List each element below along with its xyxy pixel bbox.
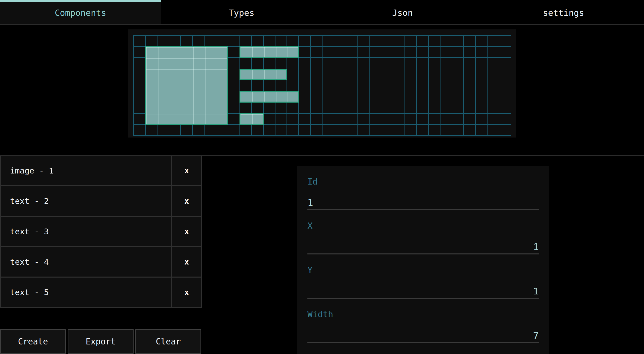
remove-component-button[interactable]: x xyxy=(171,186,201,216)
canvas-block-text-3[interactable] xyxy=(239,69,287,80)
field-label: Id xyxy=(307,176,539,187)
canvas-block-text-4[interactable] xyxy=(239,91,299,102)
component-list-item[interactable]: text - 3x xyxy=(1,217,201,247)
canvas-block-image-1[interactable] xyxy=(145,46,228,125)
component-name: text - 4 xyxy=(1,247,171,277)
create-button[interactable]: Create xyxy=(0,329,66,354)
bottom-section: image - 1xtext - 2xtext - 3xtext - 4xtex… xyxy=(0,155,644,353)
remove-component-button[interactable]: x xyxy=(171,217,201,246)
field-id: Id1 xyxy=(307,166,539,210)
tab-label: Types xyxy=(229,8,254,18)
action-bar: Create Export Clear xyxy=(0,329,201,354)
field-width: Width7 xyxy=(307,299,539,343)
tab-types[interactable]: Types xyxy=(161,0,322,24)
component-name: text - 5 xyxy=(1,278,171,307)
component-name: image - 1 xyxy=(1,156,171,185)
tab-label: settings xyxy=(543,8,584,18)
clear-button[interactable]: Clear xyxy=(135,329,201,354)
tab-components[interactable]: Components xyxy=(0,0,161,24)
component-list-item[interactable]: image - 1x xyxy=(1,156,201,186)
field-label: Width xyxy=(307,309,539,319)
canvas-area xyxy=(0,25,644,155)
field-label: Y xyxy=(307,265,539,275)
field-y: Y1 xyxy=(307,254,539,299)
canvas-block-text-5[interactable] xyxy=(239,113,264,125)
tab-settings[interactable]: settings xyxy=(483,0,644,24)
export-button[interactable]: Export xyxy=(68,329,134,354)
inspector-panel: Id1X1Y1Width7 xyxy=(297,166,549,354)
field-value-width[interactable]: 7 xyxy=(307,330,539,341)
field-value-x[interactable]: 1 xyxy=(307,241,539,252)
component-list-item[interactable]: text - 5x xyxy=(1,278,201,308)
component-list-item[interactable]: text - 2x xyxy=(1,186,201,217)
field-value-id[interactable]: 1 xyxy=(307,197,539,208)
canvas-block-text-2[interactable] xyxy=(239,46,299,58)
design-grid[interactable] xyxy=(133,35,511,136)
field-x: X1 xyxy=(307,210,539,254)
remove-component-button[interactable]: x xyxy=(171,278,201,307)
field-label: X xyxy=(307,221,539,231)
tab-json[interactable]: Json xyxy=(322,0,483,24)
tab-label: Components xyxy=(55,8,106,18)
component-name: text - 3 xyxy=(1,217,171,246)
canvas-panel xyxy=(128,29,516,138)
remove-component-button[interactable]: x xyxy=(171,247,201,277)
top-nav: ComponentsTypesJsonsettings xyxy=(0,0,644,25)
remove-component-button[interactable]: x xyxy=(171,156,201,185)
tab-label: Json xyxy=(392,8,413,18)
component-name: text - 2 xyxy=(1,186,171,216)
component-list-item[interactable]: text - 4x xyxy=(1,247,201,278)
component-list: image - 1xtext - 2xtext - 3xtext - 4xtex… xyxy=(0,156,202,308)
field-value-y[interactable]: 1 xyxy=(307,286,539,297)
